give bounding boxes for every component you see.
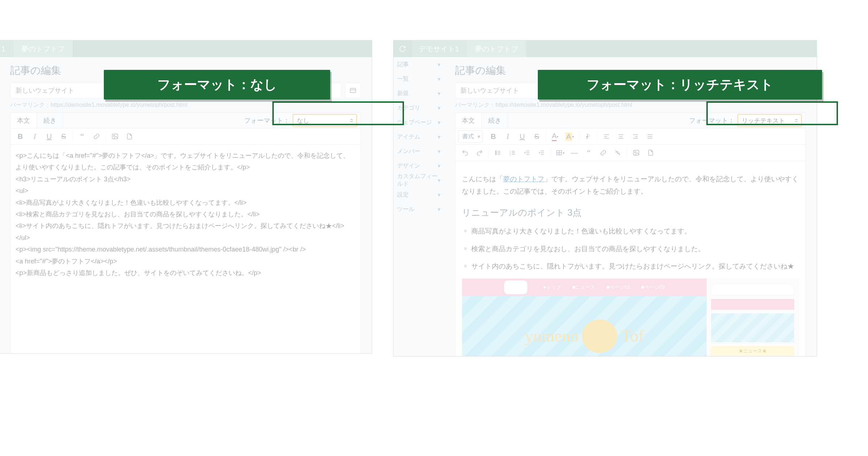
svg-rect-40 [634,150,639,155]
callout-right: フォーマット：リッチテキスト [538,70,822,100]
tab-body[interactable]: 本文 [455,113,482,128]
toolbar-simple: B I U S “ [10,128,361,145]
bold-icon[interactable]: B [486,130,500,143]
breadcrumb-entry[interactable]: 夢のトフトフ [467,41,526,57]
mock-nav: ●トップ■ニュース■ページ01■ページ02 [462,279,707,296]
undo-icon[interactable] [458,146,472,159]
card-icon[interactable] [345,83,361,98]
breadcrumb: デモサイト1 夢のトフトフ [393,41,817,57]
format-highlight-right [706,101,838,125]
svg-point-18 [495,151,497,152]
breadcrumb: デモサイト1 夢のトフトフ [0,41,372,57]
alignleft-icon[interactable] [600,130,613,143]
embedded-image: ●トップ■ニュース■ページ01■ページ02 yumeno Tof ★ニュース★ [462,278,799,356]
mascot-icon [582,320,617,353]
image-icon[interactable] [108,130,122,143]
underline-icon[interactable]: U [515,130,529,143]
outdent-icon[interactable] [520,146,534,159]
format-highlight-left [272,101,404,125]
rich-editor-body[interactable]: こんにちは「夢のトフトフ」です。ウェブサイトをリニューアルしたので、令和を記念し… [455,161,806,356]
hr-icon[interactable]: ― [567,146,581,159]
blockquote-icon[interactable]: “ [582,146,596,159]
link-icon[interactable] [596,146,610,159]
sidebar-item[interactable]: アイテム▾ [393,130,444,144]
rich-list: 商品写真がより大きくなりました！色違いも比較しやすくなってます。検索と商品カテゴ… [462,225,799,273]
tab-body[interactable]: 本文 [10,113,37,128]
sidebar-item[interactable]: 一覧▾ [393,72,444,86]
refresh-icon[interactable] [393,45,412,52]
table-icon[interactable]: ▾ [553,146,567,159]
rich-heading: リニューアルのポイント 3点 [462,204,799,221]
file-icon[interactable] [123,130,136,143]
svg-point-3 [114,135,115,136]
svg-point-41 [635,152,636,153]
redo-icon[interactable] [473,146,486,159]
sidebar-item[interactable]: ツール▾ [393,202,444,216]
sidebar-item[interactable]: 設定▾ [393,187,444,202]
sidebar-item[interactable]: 記事▾ [393,57,444,72]
breadcrumb-site[interactable]: デモサイト1 [0,41,13,57]
style-dropdown[interactable]: 書式 [458,130,483,143]
image-icon[interactable] [629,146,643,159]
alignright-icon[interactable] [629,130,642,143]
italic-icon[interactable]: I [501,130,515,143]
sidebar-item[interactable]: メンバー▾ [393,144,444,159]
sidebar-item[interactable]: デザイン▾ [393,159,444,173]
editor-textarea[interactable]: <p>こんにちは「<a href="#">夢のトフトフ</a>」です。ウェブサイ… [10,145,361,354]
breadcrumb-entry[interactable]: 夢のトフトフ [13,41,73,57]
list-item: 検索と商品カテゴリを見なおし、お目当ての商品を探しやすくなりました。 [462,243,799,255]
ol-icon[interactable]: 123 [506,146,519,159]
callout-left: フォーマット：なし [104,70,330,100]
bold-icon[interactable]: B [13,130,27,143]
svg-rect-2 [112,134,118,139]
toolbar-row2: 123 ▾ ― “ [455,145,806,161]
tab-more[interactable]: 続き [482,113,508,128]
breadcrumb-site[interactable]: デモサイト1 [412,41,467,57]
strike-icon[interactable]: S [530,130,544,143]
rich-paragraph: こんにちは「夢のトフトフ」です。ウェブサイトをリニューアルしたので、令和を記念し… [462,173,799,198]
svg-rect-0 [350,88,356,93]
quote-icon[interactable]: “ [75,130,89,143]
toolbar-row1: 書式 B I U S A▾ A▾ Iˣ [455,128,806,145]
italic-icon[interactable]: I [28,130,42,143]
aligncenter-icon[interactable] [614,130,628,143]
rich-link[interactable]: 夢のトフトフ [503,175,544,183]
indent-icon[interactable] [535,146,548,159]
clearformat-icon[interactable]: Iˣ [581,130,595,143]
ul-icon[interactable] [491,146,505,159]
textcolor-icon[interactable]: A▾ [548,130,562,143]
svg-text:3: 3 [510,154,511,156]
sidebar-item[interactable]: 新規▾ [393,86,444,101]
bgcolor-icon[interactable]: A▾ [563,130,576,143]
svg-point-20 [495,154,497,155]
strike-icon[interactable]: S [57,130,71,143]
sidebar-item[interactable]: カスタムフィールド▾ [393,173,444,187]
svg-line-39 [615,150,620,155]
svg-point-19 [495,152,497,153]
link-icon[interactable] [90,130,103,143]
alignjustify-icon[interactable] [643,130,657,143]
underline-icon[interactable]: U [42,130,56,143]
list-item: サイト内のあちこちに、隠れトフがいます。見つけたらおまけページへリンク。探してみ… [462,260,799,273]
tab-more[interactable]: 続き [37,113,63,128]
unlink-icon[interactable] [611,146,625,159]
file-icon[interactable] [644,146,658,159]
list-item: 商品写真がより大きくなりました！色違いも比較しやすくなってます。 [462,225,799,237]
